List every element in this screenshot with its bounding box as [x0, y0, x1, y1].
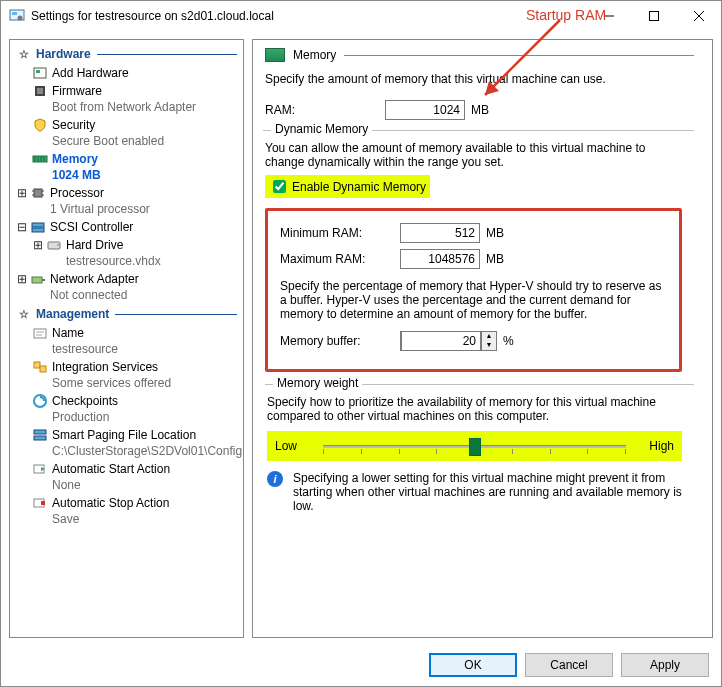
tree-memory[interactable]: Memory1024 MB: [10, 150, 243, 184]
buffer-spinner[interactable]: ▲▼: [400, 331, 497, 351]
slider-thumb[interactable]: [469, 438, 481, 456]
management-icon: ☆: [16, 306, 32, 322]
svg-point-4: [18, 16, 23, 21]
enable-dynamic-memory[interactable]: Enable Dynamic Memory: [265, 175, 430, 198]
tree-scsi[interactable]: ⊟ SCSI Controller: [10, 218, 243, 236]
tree-security[interactable]: SecuritySecure Boot enabled: [10, 116, 243, 150]
svg-rect-36: [34, 436, 46, 440]
memory-spec-text: Specify the amount of memory that this v…: [265, 72, 694, 86]
svg-rect-40: [41, 501, 45, 505]
ram-input[interactable]: [385, 100, 465, 120]
apply-button[interactable]: Apply: [621, 653, 709, 677]
checkpoints-icon: [32, 393, 48, 409]
memory-weight-slider-row: Low High: [267, 431, 682, 461]
svg-rect-18: [34, 189, 42, 197]
memory-panel: Memory Specify the amount of memory that…: [252, 39, 713, 638]
memory-weight-desc: Specify how to prioritize the availabili…: [267, 395, 682, 423]
tree-processor[interactable]: ⊞ Processor1 Virtual processor: [10, 184, 243, 218]
enable-dynamic-memory-checkbox[interactable]: [273, 180, 286, 193]
svg-rect-15: [37, 157, 39, 161]
settings-tree[interactable]: ☆ Hardware Add Hardware FirmwareBoot fro…: [9, 39, 244, 638]
memory-panel-icon: [265, 48, 285, 62]
tree-checkpoints[interactable]: CheckpointsProduction: [10, 392, 243, 426]
minimize-button[interactable]: [586, 1, 631, 31]
expand-icon[interactable]: ⊞: [16, 271, 28, 287]
svg-rect-12: [37, 88, 43, 94]
svg-point-26: [57, 244, 59, 246]
autostart-icon: [32, 461, 48, 477]
min-ram-label: Minimum RAM:: [280, 226, 400, 240]
tree-add-hardware[interactable]: Add Hardware: [10, 64, 243, 82]
scsi-icon: [30, 219, 46, 235]
processor-icon: [30, 185, 46, 201]
ok-button[interactable]: OK: [429, 653, 517, 677]
dynamic-memory-desc: You can allow the amount of memory avail…: [265, 141, 682, 169]
svg-rect-6: [649, 12, 658, 21]
dynamic-memory-group: Dynamic Memory You can allow the amount …: [263, 130, 694, 372]
autostop-icon: [32, 495, 48, 511]
security-icon: [32, 117, 48, 133]
hardware-section: ☆ Hardware: [10, 44, 243, 64]
buffer-label: Memory buffer:: [280, 334, 400, 348]
slider-low-label: Low: [275, 439, 315, 453]
tree-firmware[interactable]: FirmwareBoot from Network Adapter: [10, 82, 243, 116]
firmware-icon: [32, 83, 48, 99]
svg-rect-3: [12, 12, 17, 15]
max-ram-input[interactable]: [400, 249, 480, 269]
info-icon: i: [267, 471, 283, 487]
panel-title: Memory: [293, 48, 336, 62]
memory-weight-slider[interactable]: [323, 435, 626, 457]
info-text: Specifying a lower setting for this virt…: [293, 471, 682, 513]
titlebar: Settings for testresource on s2d01.cloud…: [1, 1, 721, 31]
max-ram-label: Maximum RAM:: [280, 252, 400, 266]
close-button[interactable]: [676, 1, 721, 31]
dynamic-memory-title: Dynamic Memory: [271, 122, 372, 136]
svg-rect-17: [43, 157, 45, 161]
ram-label: RAM:: [265, 103, 385, 117]
svg-rect-29: [34, 329, 46, 338]
add-hardware-icon: [32, 65, 48, 81]
name-icon: [32, 325, 48, 341]
tree-network-adapter[interactable]: ⊞ Network AdapterNot connected: [10, 270, 243, 304]
collapse-icon[interactable]: ⊟: [16, 219, 28, 235]
spin-up-icon[interactable]: ▲: [482, 332, 496, 341]
memory-weight-title: Memory weight: [273, 376, 362, 390]
tree-paging[interactable]: Smart Paging File LocationC:\ClusterStor…: [10, 426, 243, 460]
memory-icon: [32, 151, 48, 167]
slider-high-label: High: [634, 439, 674, 453]
window-title: Settings for testresource on s2d01.cloud…: [31, 9, 586, 23]
hard-drive-icon: [46, 237, 62, 253]
svg-rect-33: [40, 366, 46, 372]
management-section: ☆ Management: [10, 304, 243, 324]
maximize-button[interactable]: [631, 1, 676, 31]
spin-down-icon[interactable]: ▼: [482, 341, 496, 350]
svg-rect-23: [32, 223, 44, 227]
svg-rect-27: [32, 277, 42, 283]
svg-rect-24: [32, 228, 44, 232]
tree-autostop[interactable]: Automatic Stop ActionSave: [10, 494, 243, 528]
settings-window: Startup RAM Settings for testresource on…: [0, 0, 722, 687]
svg-rect-16: [40, 157, 42, 161]
svg-rect-10: [36, 70, 40, 73]
tree-integration[interactable]: Integration ServicesSome services offere…: [10, 358, 243, 392]
svg-rect-32: [34, 362, 40, 368]
integration-icon: [32, 359, 48, 375]
tree-autostart[interactable]: Automatic Start ActionNone: [10, 460, 243, 494]
tree-name[interactable]: Nametestresource: [10, 324, 243, 358]
buffer-desc: Specify the percentage of memory that Hy…: [280, 279, 667, 321]
hardware-icon: ☆: [16, 46, 32, 62]
app-icon: [9, 8, 25, 24]
tree-hard-drive[interactable]: ⊞ Hard Drivetestresource.vhdx: [10, 236, 243, 270]
dialog-buttons: OK Cancel Apply: [1, 644, 721, 686]
cancel-button[interactable]: Cancel: [525, 653, 613, 677]
paging-icon: [32, 427, 48, 443]
expand-icon[interactable]: ⊞: [32, 237, 44, 253]
dynamic-memory-highlight: Minimum RAM: MB Maximum RAM: MB Specify …: [265, 208, 682, 372]
buffer-input[interactable]: [401, 331, 481, 351]
svg-rect-35: [34, 430, 46, 434]
ram-unit: MB: [471, 103, 489, 117]
min-ram-input[interactable]: [400, 223, 480, 243]
memory-weight-group: Memory weight Specify how to prioritize …: [265, 384, 694, 513]
expand-icon[interactable]: ⊞: [16, 185, 28, 201]
svg-rect-14: [34, 157, 36, 161]
